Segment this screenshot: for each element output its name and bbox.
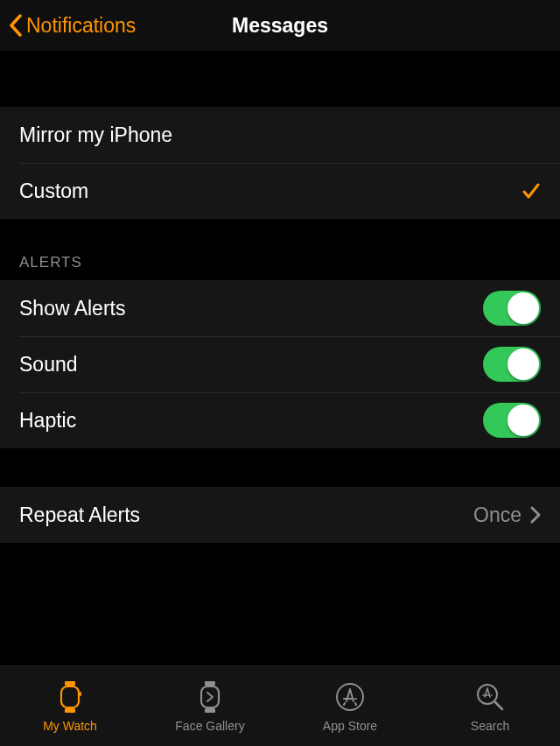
checkmark-icon — [522, 181, 541, 201]
tab-label: App Store — [323, 719, 377, 733]
page-title: Messages — [232, 14, 328, 38]
svg-rect-0 — [65, 681, 75, 686]
svg-rect-5 — [205, 708, 215, 713]
repeat-group: Repeat Alerts Once — [0, 487, 560, 543]
sound-toggle[interactable] — [483, 347, 541, 382]
app-store-icon — [334, 679, 366, 714]
search-icon — [474, 679, 506, 714]
haptic-toggle[interactable] — [483, 403, 541, 438]
tab-label: Face Gallery — [175, 719, 244, 733]
back-label: Notifications — [26, 14, 136, 38]
cell-label: Custom — [19, 179, 88, 203]
tab-app-store[interactable]: App Store — [280, 666, 420, 746]
show-alerts-toggle[interactable] — [483, 291, 541, 326]
spacer — [0, 448, 560, 487]
chevron-left-icon — [9, 14, 23, 37]
repeat-alerts-row[interactable]: Repeat Alerts Once — [0, 487, 560, 543]
cell-label: Show Alerts — [19, 297, 125, 320]
svg-rect-2 — [61, 686, 79, 707]
tab-my-watch[interactable]: My Watch — [0, 666, 140, 746]
tab-search[interactable]: Search — [420, 666, 560, 746]
cell-accessory: Once — [473, 503, 541, 527]
alerts-group: Show Alerts Sound Haptic — [0, 280, 560, 448]
chevron-right-icon — [530, 506, 541, 524]
custom-row[interactable]: Custom — [0, 163, 560, 219]
svg-rect-4 — [205, 681, 215, 686]
nav-bar: Notifications Messages — [0, 0, 560, 51]
mode-group: Mirror my iPhone Custom — [0, 107, 560, 219]
back-button[interactable]: Notifications — [9, 14, 136, 38]
haptic-row: Haptic — [0, 392, 560, 448]
show-alerts-row: Show Alerts — [0, 280, 560, 336]
cell-accessory — [522, 181, 541, 201]
svg-line-9 — [495, 702, 502, 709]
sound-row: Sound — [0, 336, 560, 392]
tab-label: Search — [471, 719, 509, 733]
cell-label: Repeat Alerts — [19, 503, 140, 527]
tab-label: My Watch — [43, 719, 97, 733]
svg-rect-3 — [80, 692, 81, 696]
cell-label: Mirror my iPhone — [19, 123, 172, 147]
svg-rect-1 — [65, 708, 75, 713]
content-scroll[interactable]: Mirror my iPhone Custom ALERTS Show Aler… — [0, 51, 560, 665]
tab-bar: My Watch Face Gallery App Store — [0, 665, 560, 746]
svg-rect-6 — [201, 686, 219, 707]
tab-face-gallery[interactable]: Face Gallery — [140, 666, 280, 746]
cell-label: Haptic — [19, 409, 76, 433]
face-gallery-icon — [194, 679, 226, 714]
mirror-my-iphone-row[interactable]: Mirror my iPhone — [0, 107, 560, 163]
svg-point-7 — [337, 684, 363, 710]
alerts-header: ALERTS — [0, 219, 560, 280]
repeat-value: Once — [473, 503, 522, 527]
cell-label: Sound — [19, 353, 78, 377]
watch-icon — [54, 679, 86, 714]
spacer — [0, 51, 560, 107]
